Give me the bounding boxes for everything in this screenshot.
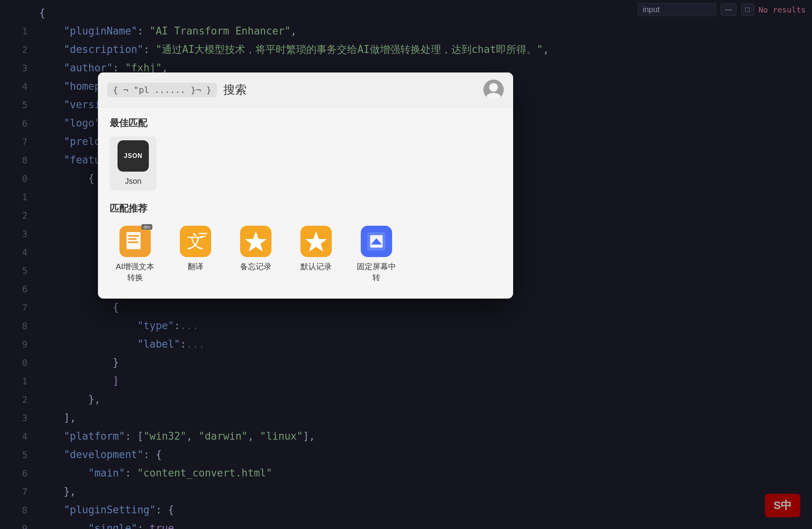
search-breadcrumb: { ¬ "pl ...... }¬ }	[107, 83, 217, 97]
svg-rect-10	[200, 236, 206, 237]
rec-card-ai-enhance[interactable]: dev AI增强文本转换	[110, 222, 161, 287]
recommended-title: 匹配推荐	[110, 202, 501, 215]
search-modal: { ¬ "pl ...... }¬ } 搜索 最佳匹配 JSON Json 匹配…	[98, 72, 513, 299]
svg-rect-4	[128, 235, 139, 237]
best-match-title: 最佳匹配	[110, 117, 501, 129]
default-record-label: 默认记录	[300, 261, 332, 272]
translate-label: 翻译	[188, 261, 203, 272]
rec-card-default-record[interactable]: 默认记录	[291, 222, 342, 287]
svg-rect-3	[127, 232, 141, 249]
ai-enhance-icon: dev	[119, 226, 151, 257]
memo-icon-wrapper	[240, 226, 271, 257]
translate-icon-wrapper: 文	[180, 226, 211, 257]
memo-label: 备忘记录	[240, 261, 271, 272]
best-match-grid: JSON Json	[110, 136, 501, 190]
app-card-json[interactable]: JSON Json	[110, 136, 157, 190]
pin-screen-icon-wrapper	[361, 226, 392, 257]
search-body: 最佳匹配 JSON Json 匹配推荐	[98, 107, 513, 299]
svg-rect-5	[128, 238, 137, 240]
dev-badge: dev	[141, 224, 152, 230]
ai-enhance-label: AI增强文本转换	[116, 261, 155, 283]
rec-card-memo[interactable]: 备忘记录	[230, 222, 281, 287]
rec-card-pin-screen[interactable]: 固定屏幕中转	[351, 222, 402, 287]
json-icon: JSON	[118, 140, 149, 172]
default-record-icon-wrapper	[300, 226, 332, 257]
breadcrumb-text: { ¬ "pl ...... }¬ }	[113, 85, 212, 95]
svg-rect-9	[199, 233, 207, 234]
search-header: { ¬ "pl ...... }¬ } 搜索	[98, 72, 513, 107]
pin-screen-label: 固定屏幕中转	[357, 261, 396, 283]
svg-point-0	[489, 83, 498, 92]
search-title-label: 搜索	[223, 82, 247, 98]
avatar-button[interactable]	[483, 80, 504, 100]
svg-point-1	[486, 93, 501, 100]
svg-rect-6	[128, 241, 138, 243]
rec-card-translate[interactable]: 文 翻译	[170, 222, 221, 287]
json-icon-wrapper: JSON	[118, 140, 149, 172]
recommended-grid: dev AI增强文本转换 文 翻译	[110, 222, 501, 287]
svg-text:文: 文	[187, 232, 204, 251]
json-label: Json	[125, 176, 141, 187]
